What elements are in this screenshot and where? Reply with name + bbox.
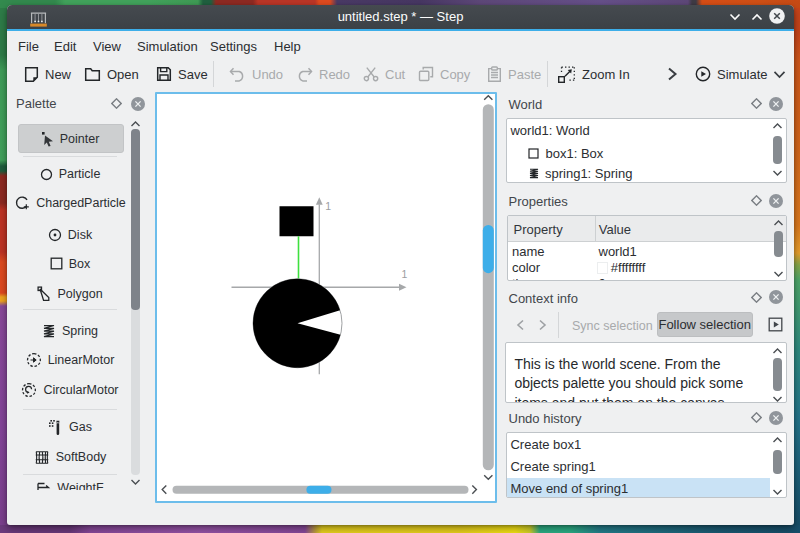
svg-text:1: 1 bbox=[401, 267, 407, 279]
svg-text:1: 1 bbox=[325, 199, 331, 211]
